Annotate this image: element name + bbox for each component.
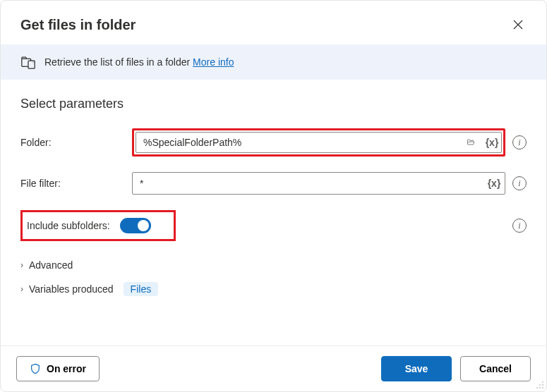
include-subfolders-info-icon[interactable]: i (512, 219, 527, 233)
include-subfolders-highlight: Include subfolders: (20, 210, 176, 241)
save-label: Save (405, 363, 428, 374)
folder-label: Folder: (20, 137, 125, 148)
folder-info-icon[interactable]: i (512, 135, 527, 149)
expander-advanced[interactable]: › Advanced (20, 259, 527, 271)
variables-produced-label: Variables produced (29, 283, 114, 295)
section-title: Select parameters (20, 97, 527, 111)
banner-text: Retrieve the list of files in a folder M… (44, 56, 234, 68)
svg-point-5 (536, 387, 538, 388)
more-info-link[interactable]: More info (193, 56, 234, 68)
footer-right: Save Cancel (381, 356, 531, 381)
dialog-title: Get files in folder (20, 17, 136, 33)
variable-icon: {x} (488, 178, 501, 189)
svg-point-3 (539, 384, 541, 386)
folder-input[interactable] (136, 132, 502, 153)
shield-icon (30, 363, 41, 374)
chevron-right-icon: › (20, 284, 23, 294)
row-include-subfolders: Include subfolders: i (20, 210, 527, 241)
info-banner: Retrieve the list of files in a folder M… (1, 44, 546, 80)
banner-text-content: Retrieve the list of files in a folder (44, 56, 190, 68)
row-folder: Folder: {x} i (20, 128, 527, 157)
chevron-right-icon: › (20, 260, 23, 270)
on-error-button[interactable]: On error (16, 356, 100, 381)
file-filter-input[interactable] (132, 172, 505, 195)
file-filter-label: File filter: (20, 178, 125, 189)
file-filter-info-icon[interactable]: i (512, 176, 527, 190)
dialog-footer: On error Save Cancel (1, 345, 546, 391)
svg-point-7 (542, 387, 543, 388)
include-subfolders-label: Include subfolders: (27, 220, 110, 231)
expander-variables-produced[interactable]: › Variables produced Files (20, 282, 527, 296)
toggle-knob (138, 220, 149, 231)
variable-picker-button-filter[interactable]: {x} (486, 175, 503, 192)
folder-input-highlight: {x} (132, 128, 505, 157)
save-button[interactable]: Save (381, 356, 452, 381)
on-error-label: On error (47, 363, 86, 374)
cancel-label: Cancel (479, 363, 512, 374)
dialog-header: Get files in folder (1, 1, 546, 44)
svg-point-6 (539, 387, 541, 388)
close-icon (513, 20, 523, 30)
file-filter-wrap: {x} (132, 172, 505, 195)
close-button[interactable] (507, 13, 529, 36)
advanced-label: Advanced (29, 259, 73, 271)
browse-folder-button[interactable] (462, 134, 479, 151)
variable-icon: {x} (486, 137, 499, 148)
variable-picker-button[interactable]: {x} (483, 134, 500, 151)
cancel-button[interactable]: Cancel (460, 356, 531, 381)
dialog: Get files in folder Retrieve the list of… (0, 0, 547, 392)
folder-files-icon (20, 54, 36, 70)
row-file-filter: File filter: {x} i (20, 172, 527, 195)
include-subfolders-toggle[interactable] (120, 218, 151, 233)
svg-point-2 (542, 381, 543, 383)
variable-badge[interactable]: Files (124, 282, 159, 296)
resize-grip-icon[interactable] (535, 380, 545, 390)
dialog-body: Select parameters Folder: {x} i File fil… (1, 80, 546, 345)
folder-open-icon (467, 136, 475, 149)
svg-point-4 (542, 384, 543, 386)
